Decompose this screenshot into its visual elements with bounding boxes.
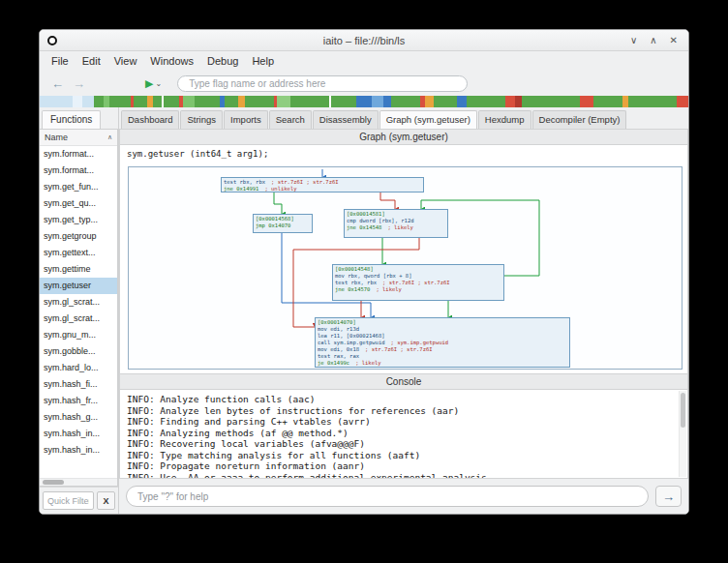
asm-line: [0x00014070] [318, 319, 567, 326]
basic-block[interactable]: [0x00014581]cmp dword [rbx], r12djne 0x1… [344, 209, 448, 238]
menubar: FileEditViewWindowsDebugHelp [40, 51, 688, 71]
function-item[interactable]: sym.get_fun... [40, 179, 117, 195]
memory-segment [628, 96, 677, 107]
titlebar[interactable]: iaito – file:///bin/ls ∨ ∧ ✕ [40, 30, 688, 51]
basic-block[interactable]: [0x00014548]mov rbx, qword [rbx + 8]test… [332, 264, 504, 301]
main-tabbar: DashboardStringsImportsSearchDisassembly… [119, 107, 688, 129]
maximize-icon[interactable]: ∧ [650, 35, 656, 45]
menu-item-edit[interactable]: Edit [76, 53, 107, 69]
vscroll-handle[interactable] [681, 393, 685, 428]
function-item[interactable]: sym.hash_in... [40, 426, 117, 442]
minimize-icon[interactable]: ∨ [630, 35, 637, 45]
asm-line: call sym.imp.getpwuid; sym.imp.getpwuid [318, 340, 567, 346]
console-output[interactable]: INFO: Analyze function calls (aac)INFO: … [119, 390, 688, 479]
asm-line: [0x00014548] [335, 266, 501, 273]
function-item[interactable]: sym.hard_lo... [40, 360, 117, 376]
tab-hexdump[interactable]: Hexdump [478, 110, 531, 129]
memory-segment [457, 96, 467, 107]
asm-line: cmp dword [rbx], r12d [347, 218, 445, 224]
graph-edge [380, 193, 395, 209]
console-vscrollbar[interactable] [679, 391, 686, 477]
function-item[interactable]: sym.hash_in... [40, 442, 117, 459]
graph-edge [274, 193, 282, 214]
menu-item-windows[interactable]: Windows [143, 53, 200, 69]
memory-segment [134, 96, 147, 107]
menu-item-file[interactable]: File [45, 53, 76, 69]
memory-segment [372, 96, 383, 107]
memory-segment [40, 96, 73, 107]
functions-column-header[interactable]: Name ∧ [40, 130, 117, 146]
app-logo-icon [47, 36, 57, 45]
function-item[interactable]: sym.gl_scrat... [40, 311, 117, 327]
function-item[interactable]: sym.getgroup [40, 228, 117, 245]
console-line: INFO: Finding and parsing C++ vtables (a… [127, 416, 681, 428]
functions-panel: Name ∧ sym.format...sym.format...sym.get… [40, 129, 118, 487]
arrow-right-icon: → [662, 489, 675, 504]
function-item[interactable]: sym.hash_g... [40, 409, 117, 426]
menu-item-view[interactable]: View [107, 53, 144, 69]
basic-block[interactable]: [0x00014568]jmp 0x14070 [253, 214, 313, 233]
back-icon[interactable]: ← [51, 76, 64, 91]
basic-block[interactable]: [0x00014070]mov edi, r13dlea r11, [0x000… [315, 317, 570, 368]
memory-segment [153, 96, 162, 107]
console-send-button[interactable]: → [655, 486, 682, 507]
asm-line: mov edi, r13d [318, 326, 567, 333]
memory-segment [580, 96, 593, 107]
console-line: INFO: Analyzing methods (af @@ method.*) [127, 428, 681, 439]
memory-segment [593, 96, 622, 107]
tab-graph-sym-getuser[interactable]: Graph (sym.getuser) [379, 110, 477, 129]
sort-ascending-icon: ∧ [107, 133, 112, 141]
forward-icon[interactable]: → [73, 76, 85, 91]
tab-functions[interactable]: Functions [42, 110, 101, 129]
basic-block[interactable]: test rbx, rbx; str.7z6I ; str.7z6Ijne 0x… [221, 177, 424, 193]
graph-panel-header[interactable]: Graph (sym.getuser) [119, 129, 688, 145]
tab-search[interactable]: Search [269, 110, 312, 129]
menu-item-debug[interactable]: Debug [200, 53, 245, 69]
function-item[interactable]: sym.get_qu... [40, 195, 117, 212]
hscroll-handle[interactable] [43, 480, 64, 485]
memory-segment [383, 96, 391, 107]
function-item[interactable]: sym.gettime [40, 261, 117, 278]
function-item[interactable]: sym.gnu_m... [40, 327, 117, 343]
memory-segment [522, 96, 580, 107]
menu-item-help[interactable]: Help [245, 53, 281, 69]
tab-imports[interactable]: Imports [224, 110, 268, 129]
memory-segment [225, 96, 238, 107]
function-item[interactable]: sym.hash_fr... [40, 393, 117, 409]
tab-disassembly[interactable]: Disassembly [313, 110, 379, 129]
function-item[interactable]: sym.hash_fi... [40, 376, 117, 393]
tab-decompiler-empty[interactable]: Decompiler (Empty) [532, 110, 627, 129]
sidebar: Functions Name ∧ sym.format...sym.format… [40, 107, 119, 514]
console-panel-header[interactable]: Console [119, 373, 688, 390]
asm-line: jne 0x14548; likely [347, 224, 445, 231]
console-line: INFO: Propagate noreturn information (aa… [127, 460, 681, 472]
memory-segment [245, 96, 274, 107]
tab-strings[interactable]: Strings [180, 110, 223, 129]
console-input[interactable] [126, 486, 649, 507]
asm-line: test rbx, rbx; str.7z6I ; str.7z6I [335, 280, 501, 286]
close-icon[interactable]: ✕ [670, 35, 678, 45]
asm-line: [0x00014581] [347, 211, 445, 218]
function-item[interactable]: sym.format... [40, 163, 117, 179]
asm-line: test rbx, rbx; str.7z6I ; str.7z6I [224, 179, 421, 186]
function-item[interactable]: sym.format... [40, 146, 117, 163]
memory-segment [73, 96, 82, 107]
clear-filter-button[interactable]: X [97, 491, 115, 510]
memory-segment [277, 96, 290, 107]
functions-hscrollbar[interactable] [40, 478, 117, 486]
memory-map-strip[interactable] [40, 96, 688, 107]
console-line: INFO: Recovering local variables (afva@@… [127, 438, 681, 450]
tab-dashboard[interactable]: Dashboard [121, 110, 179, 129]
flag-search-input[interactable] [177, 75, 468, 92]
function-item[interactable]: sym.getuser [40, 278, 117, 294]
continue-button[interactable]: ▶ ⌄ [145, 77, 162, 90]
play-icon: ▶ [145, 77, 153, 90]
quick-filter-input[interactable] [43, 491, 94, 510]
function-item[interactable]: sym.gl_scrat... [40, 294, 117, 311]
function-item[interactable]: sym.gettext... [40, 245, 117, 261]
graph-panel-title: Graph (sym.getuser) [359, 132, 448, 142]
function-item[interactable]: sym.gobble... [40, 343, 117, 360]
function-item[interactable]: sym.get_typ... [40, 212, 117, 228]
memory-segment [515, 96, 522, 107]
graph-viewport[interactable]: test rbx, rbx; str.7z6I ; str.7z6Ijne 0x… [128, 166, 682, 370]
